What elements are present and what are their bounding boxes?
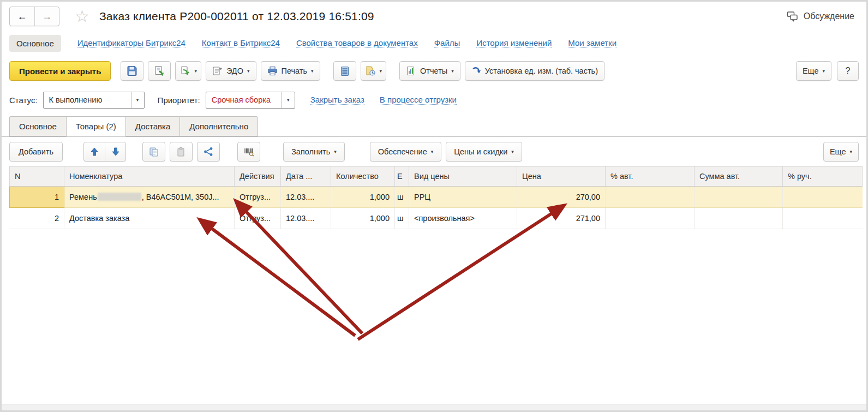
discussion-icon [787,11,799,22]
nav-item-bitrix-ids[interactable]: Идентификаторы Битрикс24 [77,38,185,48]
items-table: N Номенклатура Действия Дата ... Количес… [9,166,863,229]
cell-percent-manual[interactable] [783,187,863,208]
more-button[interactable]: Еще ▾ [796,61,831,81]
nav-item-main[interactable]: Основное [9,35,61,52]
items-more-label: Еще [830,147,846,156]
register-records-button[interactable] [333,61,356,81]
nav-item-my-notes[interactable]: Мои заметки [568,38,616,48]
cell-actions[interactable]: Отгруз... [235,208,281,229]
nav-item-product-properties[interactable]: Свойства товаров в документах [296,38,418,48]
create-based-on-icon [179,65,190,76]
col-price-type[interactable]: Вид цены [409,166,517,187]
col-unit[interactable]: Е [395,166,409,187]
cell-nomenclature[interactable]: Доставка заказа [64,208,235,229]
col-quantity[interactable]: Количество [331,166,395,187]
print-caret: ▾ [311,69,314,74]
items-panel: Добавить [2,136,866,407]
forward-button[interactable]: → [34,7,59,26]
add-row-button[interactable]: Добавить [9,142,63,162]
close-order-link[interactable]: Закрыть заказ [310,95,364,105]
more-caret: ▾ [822,69,825,74]
discussion-link[interactable]: Обсуждение [787,11,854,22]
window-bottom-edge [2,404,866,410]
prices-discounts-button[interactable]: Цены и скидки ▾ [446,142,522,162]
edo-icon [212,66,223,76]
move-row-down-button[interactable] [105,142,125,161]
cell-actions[interactable]: Отгруз... [235,187,281,208]
fill-button[interactable]: Заполнить ▾ [283,142,345,162]
document-log-button[interactable]: ▾ [361,61,387,81]
status-combobox-caret[interactable]: ▾ [131,92,144,108]
items-more-button[interactable]: Еще ▾ [823,142,859,162]
nav-links-bar: Основное Идентификаторы Битрикс24 Контак… [2,31,866,55]
col-date[interactable]: Дата ... [281,166,331,187]
main-toolbar-right: Еще ▾ ? [796,61,859,81]
edo-button[interactable]: ЭДО ▾ [206,61,256,81]
tab-goods[interactable]: Товары (2) [66,116,126,137]
status-combobox[interactable]: К выполнению ▾ [43,92,145,109]
cell-n[interactable]: 1 [10,187,64,208]
post-document-icon [154,65,165,76]
main-toolbar: Провести и закрыть ▾ [2,55,866,87]
print-icon [267,66,278,76]
priority-combobox[interactable]: Срочная сборка ▾ [206,92,295,109]
cell-percent-manual[interactable] [783,208,863,229]
tabs-bar: Основное Товары (2) Доставка Дополнитель… [2,113,866,136]
document-log-caret: ▾ [380,69,382,74]
cell-price-type[interactable]: <произвольная> [409,208,517,229]
set-units-icon [471,66,481,76]
back-button[interactable]: ← [10,7,34,26]
paste-row-button[interactable] [170,142,193,162]
nav-item-change-history[interactable]: История изменений [476,38,552,48]
cell-date[interactable]: 12.03.... [281,208,331,229]
share-row-button[interactable] [197,142,220,162]
nav-item-bitrix-contact[interactable]: Контакт в Битрикс24 [202,38,280,48]
save-button[interactable] [121,61,143,81]
print-button[interactable]: Печать ▾ [261,61,320,81]
col-actions[interactable]: Действия [235,166,281,187]
cell-percent-auto[interactable] [606,187,695,208]
print-label: Печать [282,67,308,75]
cell-nomenclature[interactable]: Ремень, B46AC501M, 350J... [64,187,235,208]
document-clock-icon [365,65,376,76]
priority-combobox-caret[interactable]: ▾ [282,92,295,108]
cell-quantity[interactable]: 1,000 [331,208,395,229]
tab-delivery[interactable]: Доставка [126,116,179,136]
cell-n[interactable]: 2 [10,208,64,229]
table-row[interactable]: 2 Доставка заказа Отгруз... 12.03.... 1,… [10,208,863,229]
tab-additional[interactable]: Дополнительно [179,116,258,136]
provision-button[interactable]: Обеспечение ▾ [370,142,442,162]
col-n[interactable]: N [10,166,64,187]
post-and-close-button[interactable]: Провести и закрыть [9,61,111,81]
col-price[interactable]: Цена [517,166,606,187]
favorite-star-icon[interactable]: ☆ [75,8,89,25]
reports-button[interactable]: Отчеты ▾ [399,61,460,81]
reports-caret: ▾ [451,69,454,74]
col-percent-manual[interactable]: % руч. [783,166,863,187]
post-document-button[interactable] [148,61,171,81]
cell-unit[interactable]: ш [395,187,409,208]
move-row-up-button[interactable] [84,142,105,161]
cell-percent-auto[interactable] [606,208,695,229]
tab-main[interactable]: Основное [9,116,66,136]
items-toolbar: Добавить [2,137,866,166]
cell-price-type[interactable]: РРЦ [409,187,517,208]
create-based-on-button[interactable]: ▾ [175,61,201,81]
col-sum-auto[interactable]: Сумма авт. [695,166,783,187]
copy-row-button[interactable] [142,142,165,162]
cell-quantity[interactable]: 1,000 [331,187,395,208]
cell-unit[interactable]: ш [395,208,409,229]
barcode-scan-button[interactable] [237,142,260,162]
col-nomenclature[interactable]: Номенклатура [64,166,235,187]
cell-price[interactable]: 270,00 [517,187,606,208]
cell-price[interactable]: 271,00 [517,208,606,229]
nav-item-files[interactable]: Файлы [434,38,460,48]
table-row[interactable]: 1 Ремень, B46AC501M, 350J... Отгруз... 1… [10,187,863,208]
col-percent-auto[interactable]: % авт. [606,166,695,187]
cell-date[interactable]: 12.03.... [281,187,331,208]
help-button[interactable]: ? [837,61,859,81]
cell-sum-auto[interactable] [695,187,783,208]
set-units-button[interactable]: Установка ед. изм. (таб. часть) [465,61,604,81]
cell-sum-auto[interactable] [695,208,783,229]
shipping-state-link[interactable]: В процессе отгрузки [380,95,457,105]
